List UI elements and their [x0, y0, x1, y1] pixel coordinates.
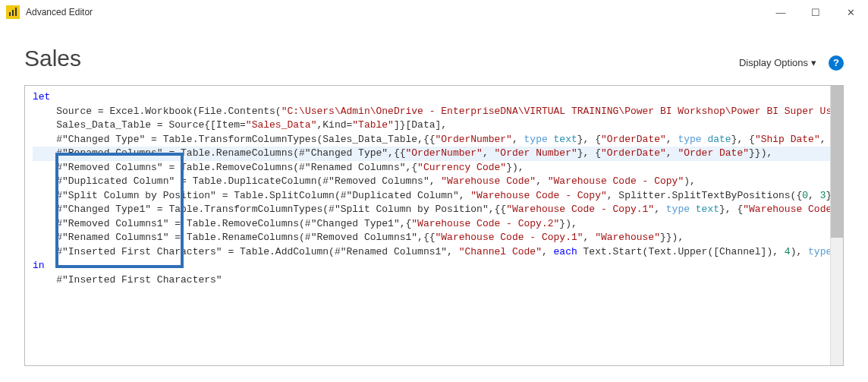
code-line[interactable]: in	[33, 259, 835, 273]
code-line[interactable]: let	[33, 90, 835, 105]
display-options-label: Display Options	[739, 57, 808, 68]
code-line[interactable]: #"Inserted First Characters" = Table.Add…	[33, 245, 835, 260]
code-line[interactable]: #"Changed Type" = Table.TransformColumnT…	[33, 133, 835, 147]
code-line[interactable]: Source = Excel.Workbook(File.Contents("C…	[33, 105, 835, 119]
header-right: Display Options ▾ ?	[739, 55, 844, 71]
code-line[interactable]: #"Changed Type1" = Table.TransformColumn…	[33, 203, 835, 217]
maximize-button[interactable]: ☐	[798, 0, 833, 24]
code-editor[interactable]: let Source = Excel.Workbook(File.Content…	[24, 85, 844, 366]
code-line[interactable]: #"Removed Columns1" = Table.RemoveColumn…	[33, 217, 835, 232]
display-options-dropdown[interactable]: Display Options ▾	[739, 57, 816, 68]
svg-rect-2	[15, 8, 17, 16]
svg-rect-1	[12, 10, 14, 16]
vertical-scrollbar[interactable]	[830, 86, 843, 365]
close-button[interactable]: ✕	[833, 0, 868, 24]
vertical-scroll-thumb[interactable]	[831, 86, 843, 238]
content-area: Sales Display Options ▾ ? let Source = E…	[0, 24, 868, 366]
code-line[interactable]: #"Inserted First Characters"	[33, 273, 835, 288]
code-line[interactable]: #"Renamed Columns" = Table.RenameColumns…	[33, 147, 835, 161]
code-content[interactable]: let Source = Excel.Workbook(File.Content…	[25, 86, 843, 292]
svg-rect-0	[9, 12, 11, 16]
code-line[interactable]: #"Renamed Columns1" = Table.RenameColumn…	[33, 231, 835, 245]
app-icon	[6, 5, 20, 19]
window-title: Advanced Editor	[26, 7, 763, 17]
query-name: Sales	[24, 46, 81, 71]
code-line[interactable]: #"Removed Columns" = Table.RemoveColumns…	[33, 161, 835, 175]
chevron-down-icon: ▾	[811, 57, 816, 68]
code-line[interactable]: #"Split Column by Position" = Table.Spli…	[33, 189, 835, 204]
header-row: Sales Display Options ▾ ?	[24, 46, 844, 71]
minimize-button[interactable]: —	[763, 0, 798, 24]
help-icon[interactable]: ?	[829, 55, 844, 71]
title-bar: Advanced Editor — ☐ ✕	[0, 0, 868, 24]
code-line[interactable]: Sales_Data_Table = Source{[Item="Sales_D…	[33, 118, 835, 133]
code-line[interactable]: #"Duplicated Column" = Table.DuplicateCo…	[33, 175, 835, 189]
window-controls: — ☐ ✕	[763, 0, 868, 24]
